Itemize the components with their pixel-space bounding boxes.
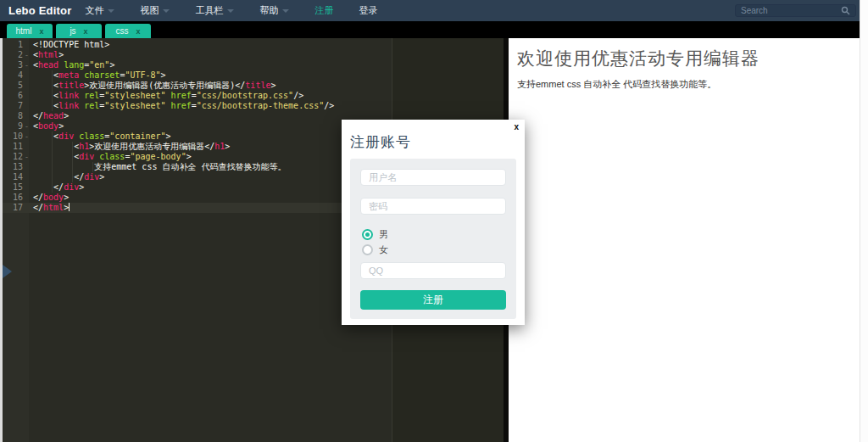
line-number: 15 <box>3 182 23 193</box>
fold-marker-icon[interactable]: - <box>23 50 31 60</box>
nav-menu-视图[interactable]: 视图 <box>140 4 170 17</box>
search-input[interactable] <box>741 6 841 15</box>
line-number: 10 <box>3 131 23 142</box>
line-number: 17 <box>3 203 23 213</box>
fold-marker-icon <box>23 101 31 111</box>
nav-link-注册[interactable]: 注册 <box>314 4 333 17</box>
line-number: 9 <box>3 121 23 131</box>
tab-label: html <box>16 26 32 36</box>
line-number: 5 <box>3 81 23 91</box>
code-line[interactable]: 2-<html> <box>3 50 504 60</box>
top-navbar: Lebo Editor 文件视图工具栏帮助 注册登录 <box>0 0 860 21</box>
line-number: 13 <box>3 162 23 172</box>
chevron-down-icon <box>282 9 289 13</box>
code-text: <title>欢迎使用编辑器(优惠活动专用编辑器)</title> <box>31 81 275 91</box>
nav-menu-文件[interactable]: 文件 <box>85 4 114 17</box>
line-number: 7 <box>3 101 23 111</box>
panel-expand-arrow-icon[interactable] <box>3 265 12 278</box>
code-text: </html> <box>31 203 70 213</box>
fold-marker-icon <box>23 111 31 121</box>
line-number: 6 <box>3 91 23 101</box>
preview-title: 欢迎使用优惠活动专用编辑器 <box>517 47 848 70</box>
fold-marker-icon[interactable]: - <box>23 152 31 162</box>
line-number: 8 <box>3 111 23 121</box>
fold-marker-icon <box>23 91 31 101</box>
code-text: <link rel="stylesheet" href="css/bootstr… <box>31 91 303 101</box>
code-text: 支持emmet css 自动补全 代码查找替换功能等。 <box>31 162 286 172</box>
code-text: <div class="container"> <box>31 131 171 142</box>
fold-marker-icon <box>23 193 31 203</box>
search-box[interactable] <box>735 4 856 17</box>
nav-menu-label: 视图 <box>140 4 159 17</box>
line-number: 14 <box>3 172 23 182</box>
code-text: </div> <box>31 172 104 182</box>
fold-marker-icon <box>23 172 31 182</box>
code-text: <head lang="en"> <box>31 60 114 70</box>
code-text: <link rel="stylesheet" href="css/bootstr… <box>31 101 334 111</box>
nav-link-登录[interactable]: 登录 <box>359 4 377 17</box>
chevron-down-icon <box>108 9 114 13</box>
fold-marker-icon[interactable]: - <box>23 60 31 70</box>
code-line[interactable]: 3-<head lang="en"> <box>3 60 504 70</box>
chevron-down-icon <box>227 9 234 13</box>
code-text: </head> <box>31 111 69 121</box>
tab-js[interactable]: jsx <box>56 24 102 38</box>
code-text: <h1>欢迎使用优惠活动专用编辑器</h1> <box>31 142 230 152</box>
line-number: 3 <box>3 60 23 70</box>
code-text: <div class="page-body"> <box>31 152 192 162</box>
username-field[interactable] <box>360 169 506 186</box>
tab-close-icon[interactable]: x <box>136 27 140 36</box>
fold-marker-icon[interactable]: - <box>23 131 31 142</box>
code-text: <html> <box>31 50 64 60</box>
fold-marker-icon <box>23 81 31 91</box>
tab-label: css <box>115 26 128 36</box>
line-number: 4 <box>3 70 23 81</box>
tab-close-icon[interactable]: x <box>84 27 88 36</box>
line-number: 12 <box>3 152 23 162</box>
code-line[interactable]: 6 <link rel="stylesheet" href="css/boots… <box>3 91 504 101</box>
line-number: 1 <box>3 40 23 50</box>
nav-menu-label: 工具栏 <box>195 4 223 17</box>
code-line[interactable]: 7 <link rel="stylesheet" href="css/boots… <box>3 101 504 111</box>
radio-label: 女 <box>379 243 388 256</box>
fold-marker-icon <box>23 203 31 213</box>
editor-tabbar: htmlxjsxcssx <box>0 21 860 38</box>
text-cursor <box>69 203 70 211</box>
code-line[interactable]: 1<!DOCTYPE html> <box>3 40 504 50</box>
password-field[interactable] <box>360 198 506 215</box>
gender-radio-女[interactable]: 女 <box>362 242 506 257</box>
nav-menu-工具栏[interactable]: 工具栏 <box>195 4 234 17</box>
fold-marker-icon <box>23 162 31 172</box>
code-line[interactable]: 5 <title>欢迎使用编辑器(优惠活动专用编辑器)</title> <box>3 81 504 91</box>
register-button[interactable]: 注册 <box>360 290 506 310</box>
code-text: <meta charset="UTF-8"> <box>31 70 166 81</box>
fold-marker-icon[interactable]: - <box>23 121 31 131</box>
fold-marker-icon <box>23 182 31 193</box>
tab-css[interactable]: cssx <box>105 24 151 38</box>
line-number: 16 <box>3 193 23 203</box>
search-icon[interactable] <box>841 6 850 15</box>
nav-menus: 文件视图工具栏帮助 <box>85 4 314 17</box>
qq-field[interactable] <box>360 262 506 279</box>
tab-close-icon[interactable]: x <box>39 27 43 36</box>
register-modal: x 注册账号 男女 注册 <box>342 120 525 325</box>
line-number: 2 <box>3 50 23 60</box>
nav-menu-帮助[interactable]: 帮助 <box>259 4 289 17</box>
gender-radio-男[interactable]: 男 <box>362 227 506 242</box>
radio-icon[interactable] <box>362 229 373 240</box>
code-text: </body> <box>31 193 69 203</box>
code-text: <!DOCTYPE html> <box>31 40 109 50</box>
code-text: <body> <box>31 121 64 131</box>
close-icon[interactable]: x <box>514 123 519 131</box>
fold-marker-icon <box>23 40 31 50</box>
nav-menu-label: 文件 <box>85 4 103 17</box>
page-scrollbar[interactable] <box>860 0 868 442</box>
fold-marker-icon <box>23 70 31 81</box>
nav-menu-label: 帮助 <box>259 4 278 17</box>
tab-html[interactable]: htmlx <box>7 24 53 38</box>
code-line[interactable]: 4 <meta charset="UTF-8"> <box>3 70 504 81</box>
line-number: 11 <box>3 142 23 152</box>
radio-icon[interactable] <box>362 244 373 255</box>
tab-label: js <box>70 26 75 36</box>
radio-label: 男 <box>379 228 388 241</box>
